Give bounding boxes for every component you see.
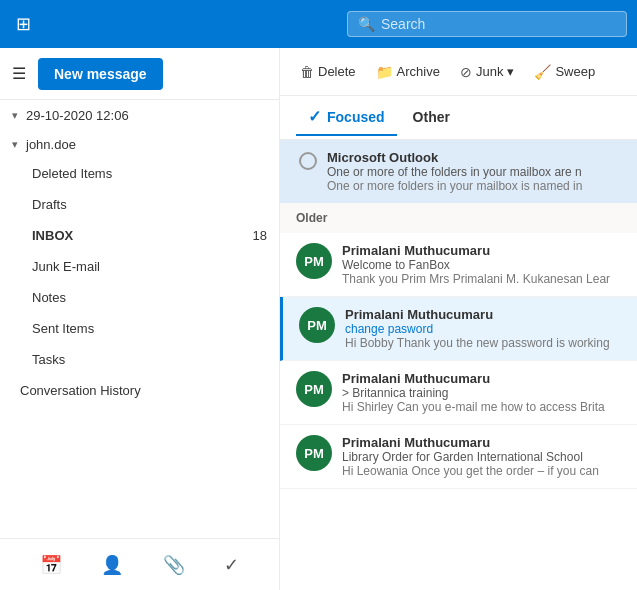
nav-item-label: Sent Items [32, 321, 94, 336]
email-list: Microsoft Outlook One or more of the fol… [280, 140, 637, 590]
sidebar-bottom-nav: 📅 👤 📎 ✓ [0, 538, 279, 590]
chevron-down-icon: ▾ [12, 138, 18, 151]
people-icon[interactable]: 👤 [97, 550, 127, 580]
sidebar-item-conversation-history[interactable]: Conversation History [0, 375, 279, 406]
email-subject: change pasword [345, 322, 621, 336]
junk-icon: ⊘ [460, 64, 472, 80]
email-subject: Library Order for Garden International S… [342, 450, 621, 464]
archive-icon: 📁 [376, 64, 393, 80]
email-subject: One or more of the folders in your mailb… [327, 165, 621, 179]
email-preview: Thank you Prim Mrs Primalani M. Kukanesa… [342, 272, 621, 286]
nav-item-label: Conversation History [20, 383, 141, 398]
tab-focused[interactable]: ✓ Focused [296, 99, 397, 136]
junk-button[interactable]: ⊘ Junk ▾ [452, 60, 522, 84]
avatar: PM [296, 435, 332, 471]
email-content: Primalani Muthucumaru change pasword Hi … [345, 307, 621, 350]
email-content: Primalani Muthucumaru Library Order for … [342, 435, 621, 478]
email-subject: Welcome to FanBox [342, 258, 621, 272]
email-preview: Hi Leowania Once you get the order – if … [342, 464, 621, 478]
avatar: PM [296, 243, 332, 279]
nav-item-label: Notes [32, 290, 66, 305]
inbox-badge: 18 [253, 228, 267, 243]
section-header-older: Older [280, 203, 637, 233]
hamburger-icon[interactable]: ☰ [12, 64, 26, 83]
focused-tab-label: Focused [327, 109, 385, 125]
date-section[interactable]: ▾ 29-10-2020 12:06 [0, 100, 279, 131]
account-section: ▾ john.doe Deleted Items Drafts INBOX 18… [0, 131, 279, 406]
right-panel: 🗑 Delete 📁 Archive ⊘ Junk ▾ 🧹 Sweep ✓ Fo… [280, 48, 637, 590]
sidebar-item-deleted-items[interactable]: Deleted Items [0, 158, 279, 189]
action-toolbar: 🗑 Delete 📁 Archive ⊘ Junk ▾ 🧹 Sweep [280, 48, 637, 96]
nav-item-label: Drafts [32, 197, 67, 212]
junk-label: Junk [476, 64, 503, 79]
search-box[interactable]: 🔍 [347, 11, 627, 37]
sweep-button[interactable]: 🧹 Sweep [526, 60, 603, 84]
sidebar-item-sent[interactable]: Sent Items [0, 313, 279, 344]
email-sender: Primalani Muthucumaru [345, 307, 621, 322]
check-circle-icon: ✓ [308, 107, 321, 126]
account-header[interactable]: ▾ john.doe [0, 131, 279, 158]
delete-icon: 🗑 [300, 64, 314, 80]
nav-item-label: Junk E-mail [32, 259, 100, 274]
email-preview: One or more folders in your mailbox is n… [327, 179, 621, 193]
avatar: PM [296, 371, 332, 407]
new-message-button[interactable]: New message [38, 58, 163, 90]
junk-chevron-icon: ▾ [507, 64, 514, 79]
list-item[interactable]: PM Primalani Muthucumaru Library Order f… [280, 425, 637, 489]
account-name: john.doe [26, 137, 76, 152]
email-content: Primalani Muthucumaru Britannica trainin… [342, 371, 621, 414]
sidebar-item-junk[interactable]: Junk E-mail [0, 251, 279, 282]
paperclip-icon[interactable]: 📎 [159, 550, 189, 580]
other-tab-label: Other [413, 109, 450, 125]
sidebar-header: ☰ New message [0, 48, 279, 100]
top-bar: ⊞ 🔍 [0, 0, 637, 48]
sidebar: ☰ New message ▾ 29-10-2020 12:06 ▾ john.… [0, 48, 280, 590]
email-sender: Microsoft Outlook [327, 150, 621, 165]
date-label: 29-10-2020 12:06 [26, 108, 129, 123]
archive-button[interactable]: 📁 Archive [368, 60, 448, 84]
waffle-icon[interactable]: ⊞ [10, 7, 37, 41]
email-subject: Britannica training [342, 386, 621, 400]
email-preview: Hi Shirley Can you e-mail me how to acce… [342, 400, 621, 414]
delete-label: Delete [318, 64, 356, 79]
email-sender: Primalani Muthucumaru [342, 371, 621, 386]
search-icon: 🔍 [358, 16, 375, 32]
email-sender: Primalani Muthucumaru [342, 243, 621, 258]
sweep-icon: 🧹 [534, 64, 551, 80]
email-preview: Hi Bobby Thank you the new password is w… [345, 336, 621, 350]
email-content: Microsoft Outlook One or more of the fol… [327, 150, 621, 193]
nav-item-label: Deleted Items [32, 166, 112, 181]
calendar-icon[interactable]: 📅 [36, 550, 66, 580]
sidebar-item-notes[interactable]: Notes [0, 282, 279, 313]
list-item[interactable]: PM Primalani Muthucumaru Welcome to FanB… [280, 233, 637, 297]
tabs-bar: ✓ Focused Other [280, 96, 637, 140]
checkmark-icon[interactable]: ✓ [220, 550, 243, 580]
email-content: Primalani Muthucumaru Welcome to FanBox … [342, 243, 621, 286]
radio-button[interactable] [299, 152, 317, 170]
sweep-label: Sweep [555, 64, 595, 79]
tab-other[interactable]: Other [401, 101, 462, 135]
list-item[interactable]: PM Primalani Muthucumaru change pasword … [280, 297, 637, 361]
sidebar-item-inbox[interactable]: INBOX 18 [0, 220, 279, 251]
nav-item-label: INBOX [32, 228, 73, 243]
delete-button[interactable]: 🗑 Delete [292, 60, 364, 84]
main-layout: ☰ New message ▾ 29-10-2020 12:06 ▾ john.… [0, 48, 637, 590]
email-sender: Primalani Muthucumaru [342, 435, 621, 450]
search-input[interactable] [381, 16, 616, 32]
sidebar-item-tasks[interactable]: Tasks [0, 344, 279, 375]
nav-item-label: Tasks [32, 352, 65, 367]
sidebar-item-drafts[interactable]: Drafts [0, 189, 279, 220]
chevron-down-icon: ▾ [12, 109, 18, 122]
avatar: PM [299, 307, 335, 343]
list-item[interactable]: PM Primalani Muthucumaru Britannica trai… [280, 361, 637, 425]
archive-label: Archive [397, 64, 440, 79]
list-item[interactable]: Microsoft Outlook One or more of the fol… [280, 140, 637, 203]
